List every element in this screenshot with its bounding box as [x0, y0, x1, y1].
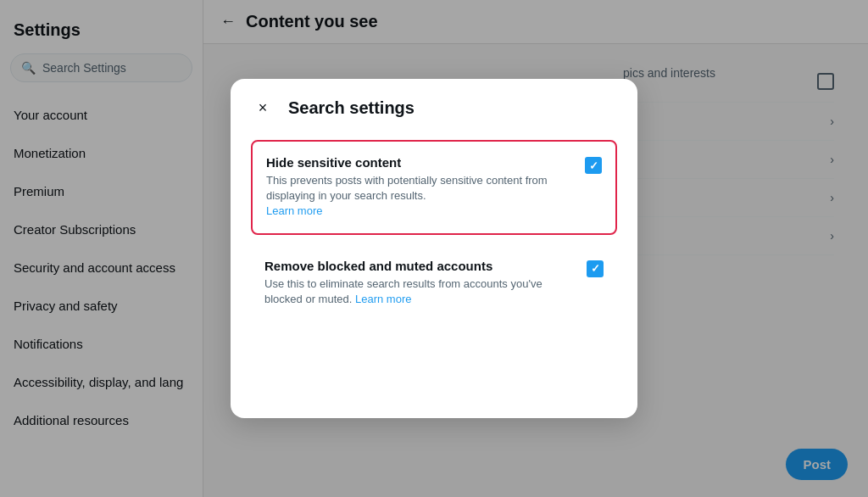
- modal-header: × Search settings: [251, 96, 617, 120]
- hide-sensitive-checkbox[interactable]: [585, 157, 602, 174]
- modal-overlay: × Search settings Hide sensitive content…: [0, 0, 868, 497]
- settings-page: Settings 🔍 Search Settings Your account …: [0, 0, 868, 497]
- modal-title: Search settings: [288, 98, 415, 118]
- remove-blocked-desc: Use this to eliminate search results fro…: [264, 276, 573, 307]
- search-settings-modal: × Search settings Hide sensitive content…: [231, 79, 637, 418]
- hide-sensitive-desc: This prevents posts with potentially sen…: [266, 173, 571, 220]
- modal-close-button[interactable]: ×: [251, 96, 275, 120]
- remove-blocked-title: Remove blocked and muted accounts: [264, 259, 573, 273]
- hide-sensitive-title: Hide sensitive content: [266, 155, 571, 170]
- remove-blocked-learn-more[interactable]: Learn more: [355, 293, 411, 305]
- hide-sensitive-learn-more[interactable]: Learn more: [266, 204, 322, 217]
- remove-blocked-checkbox[interactable]: [587, 260, 604, 277]
- hide-sensitive-row: Hide sensitive content This prevents pos…: [251, 140, 617, 235]
- remove-blocked-row: Remove blocked and muted accounts Use th…: [251, 245, 617, 321]
